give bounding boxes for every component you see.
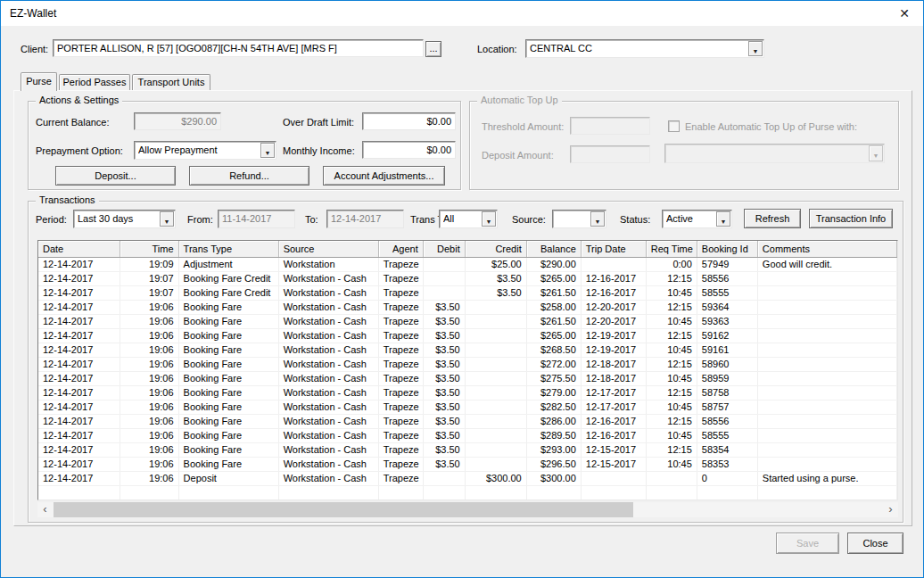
- account-adjustments-button[interactable]: Account Adjustments...: [323, 166, 445, 186]
- table-cell[interactable]: [465, 328, 526, 343]
- table-cell[interactable]: 12-14-2017: [38, 357, 120, 371]
- table-cell[interactable]: $282.50: [526, 400, 581, 414]
- table-cell[interactable]: [465, 428, 526, 442]
- table-cell[interactable]: Booking Fare: [178, 357, 278, 371]
- table-cell[interactable]: 12-20-2017: [581, 300, 646, 314]
- table-cell[interactable]: $3.50: [423, 371, 465, 385]
- table-cell[interactable]: 19:06: [120, 343, 178, 357]
- table-cell[interactable]: [465, 371, 526, 385]
- table-cell[interactable]: 12-14-2017: [38, 400, 120, 414]
- period-select[interactable]: Last 30 days ▼: [73, 210, 176, 228]
- table-cell[interactable]: Workstation - Cash: [278, 314, 378, 328]
- table-cell[interactable]: 12-14-2017: [38, 257, 120, 271]
- table-cell[interactable]: $3.50: [423, 442, 465, 457]
- table-cell[interactable]: $261.50: [526, 314, 581, 328]
- column-header-debit[interactable]: Debit: [423, 241, 465, 257]
- table-cell[interactable]: 58353: [697, 457, 757, 471]
- table-cell[interactable]: 12-20-2017: [581, 314, 646, 328]
- table-cell[interactable]: $290.00: [526, 257, 581, 271]
- table-cell[interactable]: Trapeze: [378, 300, 423, 314]
- table-cell[interactable]: Booking Fare Credit: [178, 285, 278, 300]
- table-cell[interactable]: 10:45: [646, 371, 697, 385]
- table-cell[interactable]: 19:06: [120, 457, 178, 471]
- scroll-right-icon[interactable]: ›: [883, 502, 898, 517]
- status-select[interactable]: Active ▼: [662, 210, 732, 228]
- table-cell[interactable]: 12-16-2017: [581, 428, 646, 442]
- table-cell[interactable]: Good will credit.: [757, 257, 896, 271]
- table-cell[interactable]: $3.50: [423, 328, 465, 343]
- table-cell[interactable]: $286.00: [526, 414, 581, 428]
- table-cell[interactable]: Trapeze: [378, 271, 423, 285]
- status-dropdown-button[interactable]: ▼: [716, 211, 730, 227]
- table-cell[interactable]: $3.50: [423, 385, 465, 400]
- table-cell[interactable]: 0:00: [646, 257, 697, 271]
- table-cell[interactable]: 12-14-2017: [38, 371, 120, 385]
- table-cell[interactable]: 12-14-2017: [38, 314, 120, 328]
- table-cell[interactable]: 12-15-2017: [581, 442, 646, 457]
- prepayment-select[interactable]: Allow Prepayment ▼: [134, 141, 276, 160]
- table-cell[interactable]: [423, 285, 465, 300]
- table-cell[interactable]: Trapeze: [378, 257, 423, 271]
- table-cell[interactable]: 12-14-2017: [38, 471, 120, 485]
- table-cell[interactable]: 58555: [697, 428, 757, 442]
- table-cell[interactable]: 58555: [697, 285, 757, 300]
- scrollbar-thumb[interactable]: [54, 502, 633, 517]
- table-cell[interactable]: Workstation - Cash: [278, 385, 378, 400]
- table-cell[interactable]: 12-14-2017: [38, 442, 120, 457]
- table-cell[interactable]: [465, 400, 526, 414]
- table-cell[interactable]: Trapeze: [378, 314, 423, 328]
- column-header-comments[interactable]: Comments: [757, 241, 896, 257]
- table-cell[interactable]: 10:45: [646, 285, 697, 300]
- table-cell[interactable]: $300.00: [526, 471, 581, 485]
- table-cell[interactable]: 19:06: [120, 428, 178, 442]
- table-cell[interactable]: Booking Fare: [178, 328, 278, 343]
- table-cell[interactable]: 12-14-2017: [38, 385, 120, 400]
- table-cell[interactable]: 12-16-2017: [581, 285, 646, 300]
- table-cell[interactable]: Trapeze: [378, 442, 423, 457]
- table-row[interactable]: 12-14-201719:07Booking Fare CreditWorkst…: [38, 285, 897, 300]
- table-cell[interactable]: 12-14-2017: [38, 428, 120, 442]
- table-cell[interactable]: Workstation - Cash: [278, 343, 378, 357]
- column-header-credit[interactable]: Credit: [465, 241, 526, 257]
- scroll-left-icon[interactable]: ‹: [37, 502, 53, 517]
- table-cell[interactable]: Trapeze: [378, 400, 423, 414]
- table-cell[interactable]: [423, 257, 465, 271]
- table-cell[interactable]: Trapeze: [378, 414, 423, 428]
- table-row[interactable]: 12-14-201719:06Booking FareWorkstation -…: [38, 357, 897, 371]
- table-cell[interactable]: 10:45: [646, 400, 697, 414]
- table-cell[interactable]: $3.50: [423, 300, 465, 314]
- table-cell[interactable]: [757, 343, 896, 357]
- column-header-source[interactable]: Source: [278, 241, 378, 257]
- table-row[interactable]: 12-14-201719:09AdjustmentWorkstationTrap…: [38, 257, 897, 271]
- table-cell[interactable]: $3.50: [423, 457, 465, 471]
- table-cell[interactable]: Workstation - Cash: [278, 414, 378, 428]
- tab-period-passes[interactable]: Period Passes: [59, 74, 130, 90]
- location-dropdown-button[interactable]: ▼: [748, 41, 763, 56]
- location-select[interactable]: CENTRAL CC ▼: [525, 39, 764, 58]
- table-cell[interactable]: [757, 414, 896, 428]
- table-cell[interactable]: $261.50: [526, 285, 581, 300]
- table-cell[interactable]: 12-14-2017: [38, 343, 120, 357]
- table-row[interactable]: 12-14-201719:06Booking FareWorkstation -…: [38, 371, 897, 385]
- table-cell[interactable]: $272.00: [526, 357, 581, 371]
- table-cell[interactable]: $3.50: [423, 414, 465, 428]
- table-cell[interactable]: 19:06: [120, 442, 178, 457]
- table-cell[interactable]: 12:15: [646, 442, 697, 457]
- table-cell[interactable]: 10:45: [646, 457, 697, 471]
- close-icon[interactable]: ✕: [899, 6, 910, 21]
- column-header-req-time[interactable]: Req Time: [646, 241, 697, 257]
- table-cell[interactable]: 12-19-2017: [581, 328, 646, 343]
- table-cell[interactable]: Trapeze: [378, 328, 423, 343]
- table-cell[interactable]: 19:07: [120, 285, 178, 300]
- table-cell[interactable]: [423, 471, 465, 485]
- table-cell[interactable]: $300.00: [465, 471, 526, 485]
- table-cell[interactable]: 12:15: [646, 328, 697, 343]
- column-header-booking-id[interactable]: Booking Id: [697, 241, 757, 257]
- tab-purse[interactable]: Purse: [21, 72, 57, 91]
- table-cell[interactable]: $3.50: [423, 428, 465, 442]
- table-cell[interactable]: $3.50: [423, 343, 465, 357]
- table-cell[interactable]: Workstation - Cash: [278, 328, 378, 343]
- table-cell[interactable]: 12-14-2017: [38, 271, 120, 285]
- table-cell[interactable]: 12-14-2017: [38, 457, 120, 471]
- table-cell[interactable]: [465, 457, 526, 471]
